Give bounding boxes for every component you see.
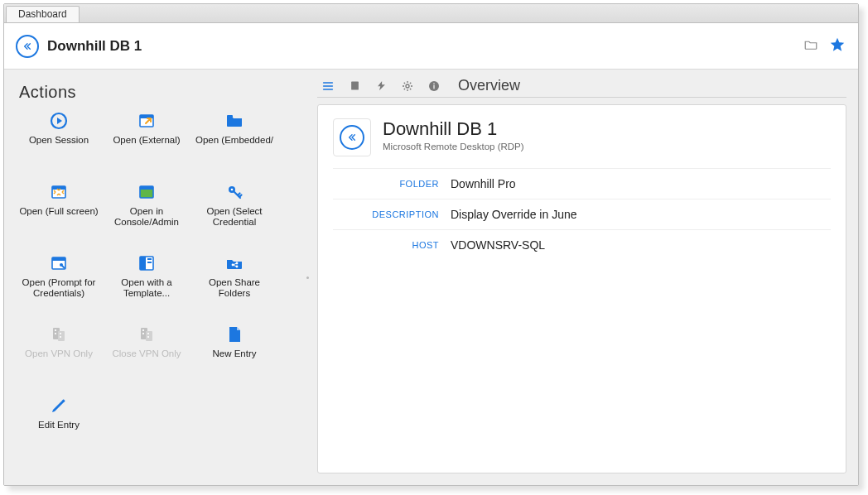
action-open-console[interactable]: Open in Console/Admin (104, 180, 190, 244)
action-new-entry[interactable]: New Entry (191, 322, 277, 387)
action-open-external[interactable]: Open (External) (104, 108, 190, 173)
property-label: HOST (336, 240, 439, 250)
overview-tab-list-icon[interactable] (321, 79, 335, 94)
property-row: DESCRIPTIONDisplay Override in June (333, 199, 831, 229)
vpn-icon (46, 324, 72, 345)
action-label: Open (Prompt for Credentials) (17, 277, 100, 299)
action-label: Open in Console/Admin (105, 206, 188, 228)
action-open-select-cred[interactable]: Open (Select Credential (191, 180, 277, 244)
action-open-vpn: Open VPN Only (16, 322, 102, 387)
action-label: Open (Select Credential (193, 206, 276, 228)
favorite-star-icon[interactable] (828, 36, 846, 56)
tabstrip: Dashboard (4, 4, 858, 23)
rdp-icon (16, 35, 39, 58)
folder-icon[interactable] (802, 37, 820, 55)
property-value: Downhill Pro (451, 177, 827, 190)
action-open-template[interactable]: Open with a Template... (104, 251, 190, 315)
overview-tab-info-icon[interactable] (427, 79, 441, 94)
property-row: HOSTVDOWNSRV-SQL (333, 229, 831, 260)
window: Dashboard Downhill DB 1 Actions Open Ses… (3, 3, 859, 486)
header: Downhill DB 1 (4, 23, 858, 70)
pencil-icon (46, 395, 72, 416)
action-label: New Entry (212, 348, 256, 359)
action-label: Open (External) (113, 135, 180, 146)
action-label: Open VPN Only (25, 348, 93, 359)
overview-tab-macros-icon[interactable] (374, 79, 388, 94)
action-label: Open Session (29, 135, 89, 146)
vpn-close-icon (133, 324, 160, 345)
new-icon (221, 324, 248, 345)
property-value: VDOWNSRV-SQL (451, 238, 827, 252)
action-label: Open Share Folders (193, 277, 276, 299)
template-icon (133, 252, 160, 274)
entry-title: Downhill DB 1 (383, 118, 524, 140)
action-open-share[interactable]: Open Share Folders (191, 251, 277, 315)
overview-card: Downhill DB 1 Microsoft Remote Desktop (… (317, 104, 846, 473)
action-label: Edit Entry (38, 420, 80, 430)
fullscreen-icon (46, 181, 72, 203)
property-label: DESCRIPTION (336, 209, 439, 219)
action-open-embedded[interactable]: Open (Embedded/ (191, 108, 277, 173)
overview-tabstrip: Overview (317, 74, 846, 98)
tab-dashboard[interactable]: Dashboard (6, 6, 80, 22)
actions-panel: Actions Open SessionOpen (External)Open … (4, 70, 302, 485)
prompt-icon (46, 252, 72, 274)
entry-type-icon (333, 118, 371, 156)
play-icon (46, 110, 72, 132)
overview-heading: Overview (458, 77, 520, 94)
action-open-prompt-cred[interactable]: Open (Prompt for Credentials) (16, 251, 102, 315)
external-icon (133, 110, 160, 132)
overview-pane: Overview Downhill DB 1 Microsoft Remote … (312, 70, 858, 485)
property-value: Display Override in June (451, 208, 827, 221)
property-label: FOLDER (336, 179, 439, 189)
overview-tab-settings-icon[interactable] (400, 79, 415, 94)
overview-tab-notes-icon[interactable] (347, 79, 362, 94)
share-icon (221, 252, 248, 274)
splitter-handle[interactable] (302, 70, 312, 485)
entry-subtype: Microsoft Remote Desktop (RDP) (383, 142, 524, 151)
action-label: Open (Embedded/ (195, 135, 273, 146)
action-label: Open (Full screen) (19, 206, 98, 217)
action-close-vpn: Close VPN Only (104, 322, 190, 387)
action-label: Close VPN Only (112, 348, 181, 359)
action-open-full[interactable]: Open (Full screen) (16, 180, 102, 244)
page-title: Downhill DB 1 (47, 38, 793, 55)
key-icon (221, 181, 248, 203)
actions-title: Actions (19, 83, 302, 102)
action-edit-entry[interactable]: Edit Entry (16, 393, 102, 458)
property-row: FOLDERDownhill Pro (333, 168, 831, 199)
console-icon (133, 181, 160, 203)
folder-icon (221, 110, 248, 132)
action-label: Open with a Template... (105, 277, 188, 299)
action-open-session[interactable]: Open Session (16, 108, 102, 173)
